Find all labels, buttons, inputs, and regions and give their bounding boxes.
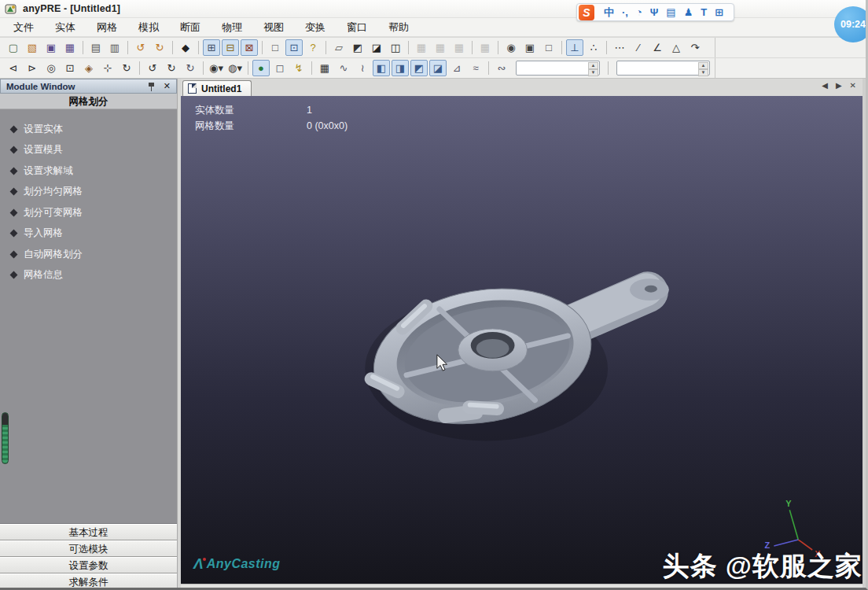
task-uniform-mesh[interactable]: 划分均匀网格	[0, 182, 177, 203]
rotate-x-button[interactable]: ↺	[144, 60, 161, 76]
rotate-view-button[interactable]: ↻	[118, 60, 135, 76]
panel-close-icon[interactable]: ✕	[161, 81, 173, 91]
view-direction-dropdown[interactable]: ◉▾	[208, 60, 225, 76]
mesh-tool-button[interactable]: ▦	[316, 60, 333, 76]
layout-horizontal-button[interactable]: ⊟	[222, 39, 239, 56]
open-button[interactable]: ▧	[24, 39, 41, 56]
grid-table-4-button[interactable]: ▦	[476, 39, 494, 56]
task-import-mesh[interactable]: 导入网格	[0, 223, 177, 245]
sogou-logo-icon[interactable]: S	[579, 5, 594, 20]
print-preview-button[interactable]: ▥	[106, 39, 123, 56]
dim-line-button[interactable]: ∕	[630, 39, 647, 56]
menu-mesh[interactable]: 网格	[90, 19, 124, 36]
dim-polyline-button[interactable]: ∠	[649, 39, 666, 56]
spinner-arrows-icon[interactable]: ▲▼	[698, 62, 708, 74]
recording-timer-badge[interactable]: 09:24	[834, 6, 868, 42]
redo-button[interactable]: ↻	[151, 39, 168, 56]
select-entity-button[interactable]: ◩	[349, 39, 366, 56]
tab-prev-icon[interactable]: ◀	[822, 81, 828, 90]
ime-punctuation-icon[interactable]: ·,	[622, 4, 628, 20]
ime-chinese-mode-icon[interactable]: 中	[604, 4, 614, 20]
ime-handwriting-icon[interactable]: ▤	[666, 4, 675, 20]
spinner-arrows-icon[interactable]: ▲▼	[588, 62, 598, 74]
task-auto-mesh[interactable]: 自动网格划分	[0, 244, 177, 265]
ime-emoji-icon[interactable]: ◔	[636, 4, 642, 20]
zoom-fit-button[interactable]: ◈	[80, 60, 97, 76]
menu-physics[interactable]: 物理	[215, 19, 249, 36]
measure-node-button[interactable]: ∴	[585, 39, 602, 56]
context-help-button[interactable]: ?	[304, 39, 322, 56]
3d-model-casting[interactable]: Y X Z	[181, 96, 862, 582]
tab-untitled1[interactable]: Untitled1	[182, 80, 252, 96]
tab-next-icon[interactable]: ▶	[836, 81, 842, 90]
tab-close-icon[interactable]: ✕	[850, 81, 856, 90]
render-wireframe-button[interactable]: ◻	[271, 60, 289, 76]
layout-single-button[interactable]: ⊞	[203, 39, 220, 56]
panel-tab-basic-process[interactable]: 基本过程	[0, 524, 177, 540]
render-shaded-button[interactable]: ●	[252, 60, 270, 76]
ime-mic-icon[interactable]: Ψ	[650, 4, 659, 20]
zoom-next-button[interactable]: ⊳	[24, 60, 41, 76]
dim-angle-button[interactable]: △	[668, 39, 685, 56]
view-left-button[interactable]: ◩	[410, 60, 428, 76]
view-right-button[interactable]: ◪	[429, 60, 447, 76]
window-box-button[interactable]: □	[267, 39, 284, 56]
menu-help[interactable]: 帮助	[381, 19, 416, 36]
view-front-button[interactable]: ◧	[373, 60, 390, 76]
panel-tab-optional-module[interactable]: 可选模块	[0, 540, 177, 557]
mesh-count-spinner[interactable]: ▲▼	[616, 61, 710, 76]
grid-table-2-button[interactable]: ▦	[432, 39, 449, 56]
grid-table-3-button[interactable]: ▦	[451, 39, 468, 56]
print-button[interactable]: ▤	[87, 39, 105, 56]
undo-button[interactable]: ↺	[132, 39, 149, 56]
shape-plane-button[interactable]: □	[540, 39, 557, 56]
section-tool-button[interactable]: ∾	[493, 60, 510, 76]
window-view-button[interactable]: ⊡	[285, 39, 303, 56]
rotate-z-button[interactable]: ↻	[182, 60, 199, 76]
shape-circle-button[interactable]: ◉	[502, 39, 520, 56]
curve-tool-button[interactable]: ∿	[335, 60, 352, 76]
zoom-dynamic-button[interactable]: ◎	[42, 60, 60, 76]
render-flash-button[interactable]: ↯	[290, 60, 307, 76]
select-box-button[interactable]: ◪	[368, 39, 385, 56]
ime-skin-icon[interactable]: T	[701, 4, 707, 20]
save-button[interactable]: ▣	[42, 39, 60, 56]
menu-section[interactable]: 断面	[173, 19, 208, 36]
3d-viewport[interactable]: 实体数量 1 网格数量 0 (0x0x0)	[181, 96, 862, 584]
dim-point-button[interactable]: ⋯	[611, 39, 628, 56]
spline-tool-button[interactable]: ≀	[354, 60, 371, 76]
copy-view-button[interactable]: ▱	[330, 39, 348, 56]
task-set-entity[interactable]: 设置实体	[0, 119, 177, 140]
mesh-size-spinner[interactable]: ▲▼	[516, 61, 600, 76]
ime-toolbox-icon[interactable]: ⊞	[715, 4, 723, 20]
save-all-button[interactable]: ▦	[61, 39, 79, 56]
scrollbar-thumb[interactable]	[2, 412, 9, 464]
shape-box-button[interactable]: ▣	[521, 39, 539, 56]
view-iso-button[interactable]: ⊿	[448, 60, 465, 76]
pin-icon[interactable]	[148, 82, 156, 91]
select-all-button[interactable]: ◫	[387, 39, 404, 56]
menu-transform[interactable]: 变换	[298, 19, 333, 36]
view-spin-button[interactable]: ≈	[467, 60, 484, 76]
display-filter-dropdown[interactable]: ◍▾	[226, 60, 244, 76]
zoom-prev-button[interactable]: ⊲	[5, 60, 22, 76]
ime-account-icon[interactable]: ♟	[684, 4, 693, 20]
menu-entity[interactable]: 实体	[48, 19, 83, 36]
measure-stand-button[interactable]: ⊥	[566, 39, 583, 56]
menu-window[interactable]: 窗口	[340, 19, 374, 36]
panel-tab-solver-condition[interactable]: 求解条件	[0, 573, 177, 590]
new-button[interactable]: ▢	[5, 39, 22, 56]
entity-mode-button[interactable]: ◆	[177, 39, 194, 56]
pan-button[interactable]: ⊹	[99, 60, 116, 76]
zoom-window-button[interactable]: ⊡	[61, 60, 79, 76]
dim-arc-button[interactable]: ↷	[686, 39, 704, 56]
task-set-solution-domain[interactable]: 设置求解域	[0, 160, 177, 182]
task-set-mold[interactable]: 设置模具	[0, 140, 177, 161]
rotate-y-button[interactable]: ↻	[163, 60, 180, 76]
menu-view[interactable]: 视图	[256, 19, 291, 36]
menu-file[interactable]: 文件	[6, 19, 41, 36]
panel-tab-set-parameters[interactable]: 设置参数	[0, 557, 177, 573]
task-variable-mesh[interactable]: 划分可变网格	[0, 202, 177, 223]
task-mesh-info[interactable]: 网格信息	[0, 265, 177, 286]
view-back-button[interactable]: ◨	[392, 60, 409, 76]
